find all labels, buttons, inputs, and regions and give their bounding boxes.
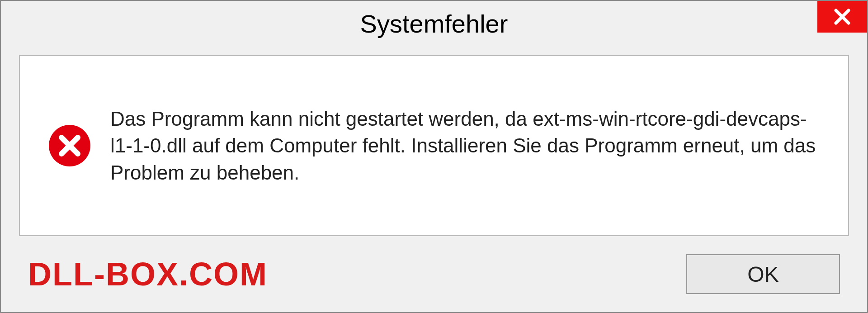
error-icon [47, 123, 92, 168]
titlebar: Systemfehler [1, 1, 867, 46]
close-icon [833, 8, 851, 26]
error-dialog: Systemfehler Das Programm kann nicht ges… [0, 0, 868, 313]
dialog-title: Systemfehler [360, 9, 508, 38]
error-message: Das Programm kann nicht gestartet werden… [110, 105, 821, 186]
close-button[interactable] [817, 1, 867, 33]
ok-button[interactable]: OK [686, 254, 840, 294]
content-area: Das Programm kann nicht gestartet werden… [19, 55, 849, 236]
dialog-footer: DLL-BOX.COM OK [1, 245, 867, 312]
watermark-label: DLL-BOX.COM [28, 256, 268, 293]
